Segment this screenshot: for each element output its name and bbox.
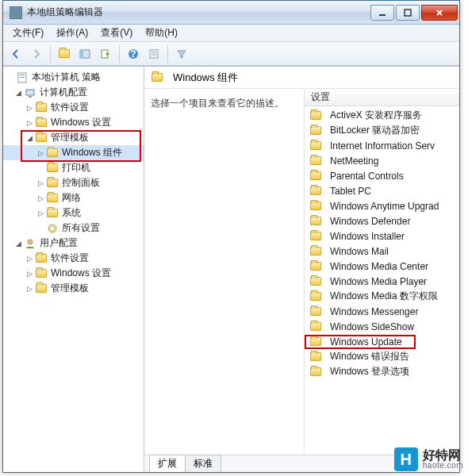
settings-list[interactable]: ActiveX 安装程序服务BitLocker 驱动器加密Internet In… — [305, 106, 459, 455]
svg-text:?: ? — [130, 48, 136, 60]
expand-icon[interactable]: ▷ — [24, 104, 35, 112]
folder-icon — [36, 254, 47, 263]
tree-user-config[interactable]: ◢用户配置 — [3, 236, 144, 251]
tree-system[interactable]: ▷系统 — [3, 205, 144, 221]
back-button[interactable] — [6, 44, 25, 63]
show-hide-tree-button[interactable] — [75, 44, 94, 63]
menu-file[interactable]: 文件(F) — [6, 25, 50, 41]
svg-rect-11 — [20, 75, 25, 75]
title-bar[interactable]: 本地组策略编辑器 — [3, 1, 459, 25]
list-item[interactable]: Internet Information Serv — [305, 138, 459, 153]
list-item[interactable]: BitLocker 驱动器加密 — [305, 123, 459, 138]
list-item[interactable]: NetMeeting — [305, 153, 459, 168]
client-area: 本地计算机 策略 ◢ 计算机配置 ▷软件设置 — [3, 66, 459, 472]
tree-admin-templates[interactable]: ◢管理模板 — [3, 130, 144, 145]
list-item[interactable]: Windows Update — [305, 334, 459, 349]
computer-icon — [24, 87, 36, 98]
tree-root[interactable]: 本地计算机 策略 — [3, 70, 144, 85]
tree-printers[interactable]: 打印机 — [3, 160, 144, 175]
folder-icon — [309, 171, 322, 182]
tree-software-settings[interactable]: ▷软件设置 — [3, 100, 144, 115]
list-item-label: Tablet PC — [330, 186, 371, 197]
maximize-button[interactable] — [396, 5, 420, 21]
forward-button[interactable] — [27, 44, 46, 63]
list-item[interactable]: Windows Messenger — [305, 304, 459, 319]
tree-windows-settings[interactable]: ▷Windows 设置 — [3, 115, 144, 130]
tree-computer-config[interactable]: ◢ 计算机配置 — [3, 85, 144, 100]
expand-icon[interactable]: ▷ — [24, 285, 35, 293]
tab-standard[interactable]: 标准 — [185, 455, 221, 472]
list-item-label: Windows 登录选项 — [330, 365, 409, 378]
expand-icon[interactable]: ▷ — [24, 270, 35, 278]
svg-rect-7 — [150, 50, 158, 58]
svg-rect-1 — [405, 10, 411, 16]
collapse-icon[interactable]: ◢ — [24, 134, 35, 142]
folder-icon — [309, 125, 322, 136]
up-button[interactable] — [55, 44, 74, 63]
column-header-settings[interactable]: 设置 — [305, 89, 459, 106]
tree-windows-settings-2[interactable]: ▷Windows 设置 — [3, 266, 144, 281]
folder-icon — [309, 110, 322, 121]
list-item-label: Windows Media 数字权限 — [330, 290, 438, 303]
expand-icon[interactable]: ▷ — [35, 209, 46, 217]
menu-view[interactable]: 查看(V) — [94, 25, 139, 41]
expand-icon[interactable]: ▷ — [35, 194, 46, 202]
expand-icon[interactable]: ▷ — [35, 149, 46, 157]
list-item[interactable]: Windows Media Center — [305, 259, 459, 274]
folder-icon — [309, 291, 322, 302]
svg-rect-12 — [20, 77, 25, 78]
collapse-icon[interactable]: ◢ — [13, 89, 24, 97]
list-item[interactable]: Windows Installer — [305, 228, 459, 244]
tree-windows-components[interactable]: ▷Windows 组件 — [3, 145, 144, 160]
expand-icon[interactable]: ▷ — [24, 255, 35, 263]
folder-icon — [47, 148, 58, 157]
expand-icon[interactable]: ▷ — [24, 119, 35, 127]
list-item-label: ActiveX 安装程序服务 — [330, 109, 422, 122]
menu-action[interactable]: 操作(A) — [50, 25, 94, 41]
properties-button[interactable] — [144, 44, 163, 63]
window-title: 本地组策略编辑器 — [27, 6, 370, 19]
collapse-icon[interactable]: ◢ — [13, 240, 24, 248]
list-item[interactable]: ActiveX 安装程序服务 — [305, 108, 459, 123]
watermark-logo: H — [394, 447, 418, 471]
expand-icon[interactable]: ▷ — [35, 179, 46, 187]
list-item[interactable]: Windows 登录选项 — [305, 364, 459, 379]
list-item[interactable]: Windows SideShow — [305, 319, 459, 334]
list-item[interactable]: Tablet PC — [305, 183, 459, 198]
list-item-label: Windows Installer — [330, 231, 405, 242]
list-item[interactable]: Windows Media Player — [305, 274, 459, 289]
folder-icon — [309, 186, 322, 197]
close-button[interactable] — [421, 5, 458, 21]
menu-help[interactable]: 帮助(H) — [139, 25, 184, 41]
list-item[interactable]: Parental Controls — [305, 168, 459, 183]
folder-icon — [47, 178, 58, 187]
tree-admin-templates-2[interactable]: ▷管理模板 — [3, 281, 144, 296]
list-item[interactable]: Windows Defender — [305, 213, 459, 228]
policy-icon — [16, 72, 29, 83]
minimize-button[interactable] — [370, 5, 394, 21]
folder-icon — [59, 49, 70, 58]
list-item-label: Internet Information Serv — [330, 140, 435, 152]
list-item-label: Windows Media Center — [330, 261, 428, 272]
list-item-label: Windows Media Player — [330, 276, 427, 287]
tab-extended[interactable]: 扩展 — [149, 455, 186, 472]
list-item[interactable]: Windows Mail — [305, 244, 459, 259]
export-button[interactable] — [96, 44, 115, 63]
watermark: H 好特网 haote.com — [394, 447, 463, 471]
list-item[interactable]: Windows Media 数字权限 — [305, 289, 459, 304]
settings-icon — [46, 223, 59, 234]
path-bar: Windows 组件 — [144, 67, 459, 89]
tree-pane[interactable]: 本地计算机 策略 ◢ 计算机配置 ▷软件设置 — [3, 67, 144, 472]
list-item[interactable]: Windows Anytime Upgrad — [305, 198, 459, 213]
list-item[interactable]: Windows 错误报告 — [305, 349, 459, 364]
filter-button[interactable] — [172, 44, 191, 63]
folder-icon — [309, 140, 322, 152]
menu-bar: 文件(F) 操作(A) 查看(V) 帮助(H) — [3, 25, 459, 42]
tree-software-settings-2[interactable]: ▷软件设置 — [3, 251, 144, 266]
tree-control-panel[interactable]: ▷控制面板 — [3, 175, 144, 190]
folder-icon — [47, 209, 58, 217]
tree-all-settings[interactable]: 所有设置 — [3, 221, 144, 236]
help-button[interactable]: ? — [124, 44, 143, 63]
tree-network[interactable]: ▷网络 — [3, 190, 144, 205]
folder-icon — [47, 194, 58, 202]
